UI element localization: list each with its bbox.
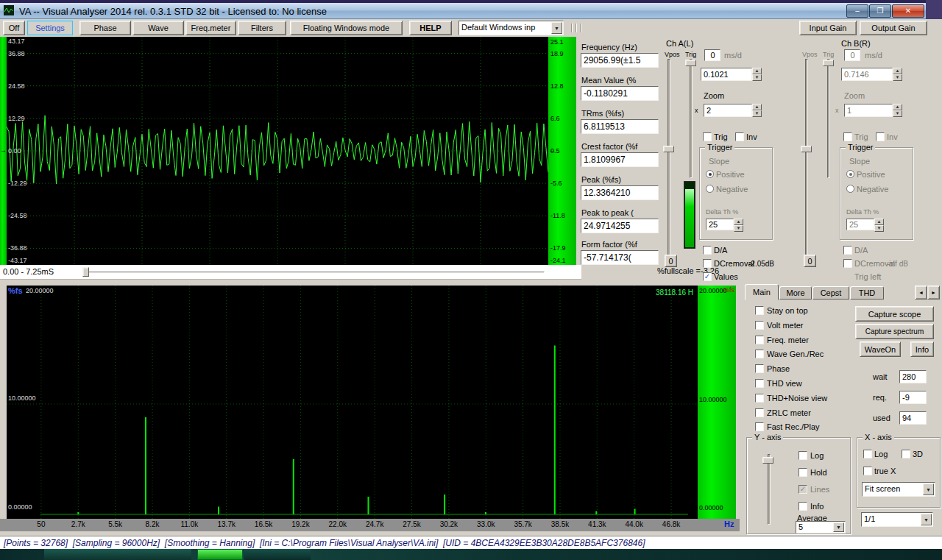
trig-slider-track[interactable]	[690, 59, 693, 178]
y-scale-slider-track[interactable]	[768, 454, 771, 525]
dcremoval-checkbox[interactable]	[843, 259, 852, 268]
spin-down-icon[interactable]: ▼	[893, 110, 902, 117]
option-checkbox-stay-on-top[interactable]	[755, 306, 764, 315]
minimize-button[interactable]: –	[846, 4, 868, 18]
req-field[interactable]: -9	[899, 391, 927, 404]
taskbar-app-button[interactable]	[197, 549, 243, 560]
zoom-spinner[interactable]: ▲ ▼	[752, 104, 762, 117]
input-device-dropdown[interactable]: Default Windows inp ▼	[458, 21, 564, 35]
spin-up-icon[interactable]: ▲	[874, 219, 884, 225]
zoom-spinner[interactable]: ▲ ▼	[893, 104, 902, 117]
threed-checkbox[interactable]	[902, 450, 910, 458]
scope-scroll-track[interactable]	[82, 272, 545, 274]
lines-checkbox[interactable]: ✓	[798, 485, 807, 494]
truex-checkbox[interactable]	[863, 467, 872, 475]
taskbar[interactable]	[0, 549, 942, 560]
spin-up-icon[interactable]: ▲	[893, 68, 902, 74]
delta-th-field[interactable]: 25	[846, 219, 874, 230]
used-field[interactable]: 94	[899, 411, 927, 425]
average-dropdown[interactable]: 5 ▼	[796, 521, 846, 534]
spin-down-icon[interactable]: ▼	[893, 74, 902, 81]
spin-down-icon[interactable]: ▼	[734, 225, 743, 232]
dropdown-arrow-icon[interactable]: ▼	[921, 514, 932, 525]
inv-checkbox[interactable]	[735, 132, 744, 141]
floating-windows-button[interactable]: Floating Windows mode	[290, 21, 403, 35]
tab-more[interactable]: More	[779, 286, 812, 300]
tab-scroll-left-button[interactable]: ◄	[915, 286, 927, 300]
spin-up-icon[interactable]: ▲	[734, 219, 743, 225]
dcremoval-checkbox[interactable]	[703, 259, 712, 268]
trig-slider-thumb[interactable]	[823, 60, 834, 66]
freq-meter-button[interactable]: Freq.meter	[185, 21, 236, 35]
ratio-dropdown[interactable]: 1/1 ▼	[861, 512, 933, 527]
spin-up-icon[interactable]: ▲	[752, 104, 762, 110]
filters-button[interactable]: Filters	[238, 21, 286, 35]
y-info-checkbox[interactable]	[798, 502, 807, 511]
taskbar-segment[interactable]	[244, 549, 311, 560]
tab-cepst[interactable]: Cepst	[812, 286, 849, 300]
tab-main[interactable]: Main	[745, 284, 779, 300]
capture-spectrum-button[interactable]: Capture spectrum	[855, 324, 934, 339]
slope-negative-radio[interactable]	[706, 185, 714, 193]
option-checkbox-phase[interactable]	[755, 364, 764, 373]
trig-slider-thumb[interactable]	[685, 60, 696, 66]
vpos-slider-track[interactable]	[667, 59, 670, 259]
msd-field[interactable]: 0.7146	[841, 68, 893, 81]
delta-th-spinner[interactable]: ▲ ▼	[874, 219, 884, 230]
trig-slider-track[interactable]	[827, 59, 830, 178]
scope-scroll-handle[interactable]	[82, 267, 89, 277]
option-checkbox-thd-view[interactable]	[755, 379, 764, 388]
trig-checkbox[interactable]	[703, 132, 712, 141]
input-gain-button[interactable]: Input Gain	[799, 21, 857, 35]
da-checkbox[interactable]	[703, 246, 712, 255]
tab-thd[interactable]: THD	[850, 286, 884, 300]
wave-button[interactable]: Wave	[132, 21, 184, 35]
slope-positive-radio[interactable]	[846, 170, 854, 178]
settings-button[interactable]: Settings	[27, 21, 73, 35]
help-button[interactable]: HELP	[409, 21, 452, 35]
wait-field[interactable]: 280	[899, 370, 927, 383]
spin-up-icon[interactable]: ▲	[752, 68, 762, 74]
option-checkbox-freq-meter[interactable]	[755, 336, 764, 344]
output-gain-button[interactable]: Output Gain	[860, 21, 927, 35]
fit-screen-dropdown[interactable]: Fit screen ▼	[862, 482, 935, 497]
spin-up-icon[interactable]: ▲	[893, 104, 902, 110]
inv-checkbox[interactable]	[876, 132, 885, 141]
trig-checkbox[interactable]	[843, 132, 852, 141]
spin-down-icon[interactable]: ▼	[752, 74, 762, 81]
option-checkbox-volt-meter[interactable]	[755, 321, 764, 330]
capture-scope-button[interactable]: Capture scope	[855, 306, 934, 322]
values-checkbox[interactable]: ✓	[703, 272, 712, 281]
close-button[interactable]: ✕	[892, 4, 924, 18]
info-button[interactable]: Info	[910, 341, 934, 357]
delta-th-spinner[interactable]: ▲ ▼	[734, 219, 743, 230]
phase-button[interactable]: Phase	[79, 21, 131, 35]
option-checkbox-thd-noise-view[interactable]	[755, 394, 764, 403]
dropdown-arrow-icon[interactable]: ▼	[551, 22, 562, 34]
vpos-zero-button[interactable]: 0	[804, 255, 816, 267]
taskbar-segment[interactable]	[44, 549, 191, 560]
spin-down-icon[interactable]: ▼	[874, 225, 884, 232]
hold-checkbox[interactable]	[798, 468, 807, 477]
zoom-field[interactable]: 1	[844, 104, 893, 117]
option-checkbox-zrlc-meter[interactable]	[755, 408, 764, 417]
da-checkbox[interactable]	[843, 246, 852, 255]
off-button[interactable]: Off	[3, 21, 25, 35]
x-log-checkbox[interactable]	[863, 450, 872, 458]
titlebar[interactable]: VA -- Visual Analyser 2014 rel. 0.3.1 ST…	[0, 3, 942, 19]
y-scale-slider-thumb[interactable]	[762, 457, 773, 464]
vpos-slider-thumb[interactable]	[663, 146, 674, 152]
delta-th-field[interactable]: 25	[706, 219, 734, 230]
offset-field[interactable]: 0	[844, 49, 860, 61]
wave-on-button[interactable]: WaveOn	[860, 341, 901, 357]
spin-down-icon[interactable]: ▼	[752, 110, 762, 117]
option-checkbox-wave-gen-rec[interactable]	[755, 350, 764, 358]
slope-negative-radio[interactable]	[846, 185, 854, 193]
dropdown-arrow-icon[interactable]: ▼	[923, 483, 934, 495]
slope-positive-radio[interactable]	[706, 170, 714, 178]
offset-field[interactable]: 0	[704, 49, 720, 61]
option-checkbox-fast-rec-play[interactable]	[755, 422, 764, 431]
dropdown-arrow-icon[interactable]: ▼	[833, 522, 844, 532]
msd-spinner[interactable]: ▲ ▼	[752, 68, 762, 81]
msd-spinner[interactable]: ▲ ▼	[893, 68, 902, 81]
